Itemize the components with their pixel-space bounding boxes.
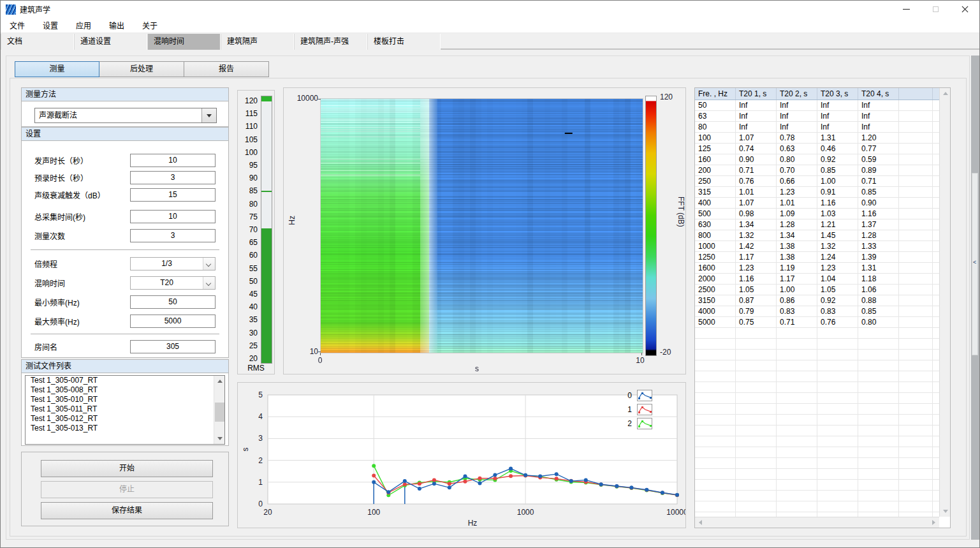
- tab-4[interactable]: 建筑隔声-声强: [294, 34, 367, 50]
- meter-tick-40: 40: [238, 302, 258, 311]
- table-row-2[interactable]: 80InfInfInfInf: [695, 122, 939, 133]
- cell-end: [933, 252, 939, 263]
- table-row-9[interactable]: 4001.071.011.160.90: [695, 198, 939, 209]
- legend-item-2[interactable]: 2: [606, 418, 652, 429]
- test-file-list[interactable]: Test 1_305-007_RTTest 1_305-008_RTTest 1…: [25, 375, 225, 445]
- cell-12-1: 1.32: [736, 230, 777, 241]
- data-point: [523, 473, 527, 477]
- legend-item-0[interactable]: 0: [606, 390, 652, 401]
- file-list-item-5[interactable]: Test 1_305-013_RT: [26, 424, 224, 433]
- table-row-14[interactable]: 12501.171.381.241.39: [695, 252, 939, 263]
- field-input-0[interactable]: 10: [130, 154, 216, 167]
- results-table-body[interactable]: 50InfInfInfInf63InfInfInfInf80InfInfInfI…: [695, 100, 939, 517]
- tab-5[interactable]: 楼板打击: [367, 34, 441, 50]
- table-row-19[interactable]: 40000.790.830.830.85: [695, 306, 939, 317]
- table-row-11[interactable]: 6301.341.281.211.37: [695, 219, 939, 230]
- scroll-up-button[interactable]: [940, 88, 951, 99]
- table-row-1[interactable]: 63InfInfInfInf: [695, 111, 939, 122]
- x-tick-label: 20: [263, 508, 272, 517]
- table-row-18[interactable]: 31500.870.860.920.88: [695, 295, 939, 306]
- column-header-2[interactable]: T20 2, s: [777, 88, 817, 100]
- cell-11-2: 1.28: [777, 219, 817, 230]
- tab-3[interactable]: 建筑隔声: [221, 34, 294, 50]
- empty-cell: [817, 328, 858, 339]
- table-row-15[interactable]: 16001.231.191.231.31: [695, 263, 939, 274]
- field-select-5[interactable]: 1/3: [130, 257, 216, 270]
- list-scroll-down[interactable]: [214, 433, 225, 444]
- file-list-item-0[interactable]: Test 1_305-007_RT: [26, 376, 224, 385]
- list-scroll-up[interactable]: [214, 376, 225, 387]
- rms-level-meter: RMS 120115110105100959085807570656055504…: [237, 90, 275, 374]
- list-scrollbar[interactable]: [214, 376, 224, 444]
- column-header-3[interactable]: T20 3, s: [817, 88, 858, 100]
- spectrogram-plot[interactable]: [320, 98, 643, 353]
- table-row-0[interactable]: 50InfInfInfInf: [695, 100, 939, 111]
- scroll-down-button[interactable]: [940, 506, 951, 517]
- table-row-10[interactable]: 5000.981.091.031.16: [695, 209, 939, 219]
- file-list-item-1[interactable]: Test 1_305-008_RT: [26, 385, 224, 395]
- field-input-7[interactable]: 50: [130, 295, 216, 309]
- empty-row: [695, 436, 939, 447]
- table-row-12[interactable]: 8001.321.341.451.28: [695, 230, 939, 241]
- empty-cell: [736, 350, 777, 360]
- table-row-4[interactable]: 1250.740.630.460.77: [695, 144, 939, 154]
- menu-item-4[interactable]: 关于: [133, 18, 166, 33]
- file-list-item-4[interactable]: Test 1_305-012_RT: [26, 414, 224, 424]
- empty-row: [695, 447, 939, 458]
- cell-end: [933, 241, 939, 252]
- empty-cell: [933, 371, 939, 382]
- table-row-5[interactable]: 1600.900.800.920.59: [695, 154, 939, 165]
- table-row-16[interactable]: 20001.161.171.041.18: [695, 274, 939, 285]
- data-point: [478, 477, 482, 480]
- table-vertical-scrollbar[interactable]: [939, 88, 950, 517]
- side-panel-collapse-handle[interactable]: <: [972, 173, 978, 355]
- field-input-9[interactable]: 305: [130, 340, 216, 353]
- menu-item-0[interactable]: 文件: [1, 18, 34, 33]
- select-dropdown-button[interactable]: [203, 277, 215, 289]
- field-select-6[interactable]: T20: [130, 276, 216, 290]
- table-row-3[interactable]: 1001.070.781.311.20: [695, 133, 939, 144]
- field-input-4[interactable]: 3: [130, 229, 216, 242]
- close-button[interactable]: [950, 1, 979, 18]
- table-row-8[interactable]: 3151.011.230.910.85: [695, 187, 939, 198]
- table-row-7[interactable]: 2500.760.661.000.71: [695, 176, 939, 187]
- minimize-button[interactable]: [891, 1, 921, 18]
- field-input-8[interactable]: 5000: [130, 315, 216, 328]
- table-horizontal-scrollbar[interactable]: [695, 517, 939, 528]
- field-input-3[interactable]: 10: [130, 210, 216, 223]
- tab-0[interactable]: 文档: [1, 34, 74, 50]
- measurement-method-combobox[interactable]: 声源截断法: [34, 108, 217, 123]
- menu-item-3[interactable]: 输出: [100, 18, 133, 33]
- file-list-item-2[interactable]: Test 1_305-010_RT: [26, 395, 224, 404]
- field-row-6: 混响时间T20: [34, 276, 216, 290]
- file-list-item-3[interactable]: Test 1_305-011_RT: [26, 404, 224, 414]
- tab-1[interactable]: 通道设置: [74, 34, 147, 50]
- table-row-20[interactable]: 50000.750.710.760.80: [695, 317, 939, 328]
- column-header-1[interactable]: T20 1, s: [736, 88, 777, 100]
- subtab-0[interactable]: 测量: [15, 61, 99, 77]
- subtab-2[interactable]: 报告: [184, 61, 269, 77]
- tab-2[interactable]: 混响时间: [147, 34, 221, 50]
- empty-cell: [858, 371, 899, 382]
- combobox-dropdown-button[interactable]: [201, 108, 216, 122]
- menu-item-2[interactable]: 应用: [67, 18, 100, 33]
- empty-cell: [858, 404, 899, 415]
- field-input-2[interactable]: 15: [130, 188, 216, 202]
- menu-item-1[interactable]: 设置: [34, 18, 67, 33]
- save-results-button[interactable]: 保存结果: [41, 502, 213, 519]
- select-dropdown-button[interactable]: [203, 258, 215, 270]
- table-row-13[interactable]: 10001.421.381.321.33: [695, 241, 939, 252]
- field-input-1[interactable]: 3: [130, 171, 216, 184]
- column-header-4[interactable]: T20 4, s: [858, 88, 899, 100]
- subtab-1[interactable]: 后处理: [99, 61, 184, 77]
- cell-16-0: 2000: [695, 274, 736, 285]
- start-button[interactable]: 开始: [41, 460, 213, 477]
- table-row-6[interactable]: 2000.710.700.850.89: [695, 165, 939, 176]
- cell-14-1: 1.17: [736, 252, 777, 263]
- maximize-button[interactable]: [921, 1, 950, 18]
- column-header-0[interactable]: Fre. , Hz: [695, 88, 736, 100]
- list-scroll-thumb[interactable]: [215, 403, 224, 422]
- legend-item-1[interactable]: 1: [606, 404, 652, 415]
- table-row-17[interactable]: 25001.051.001.051.06: [695, 285, 939, 295]
- empty-row: [695, 480, 939, 491]
